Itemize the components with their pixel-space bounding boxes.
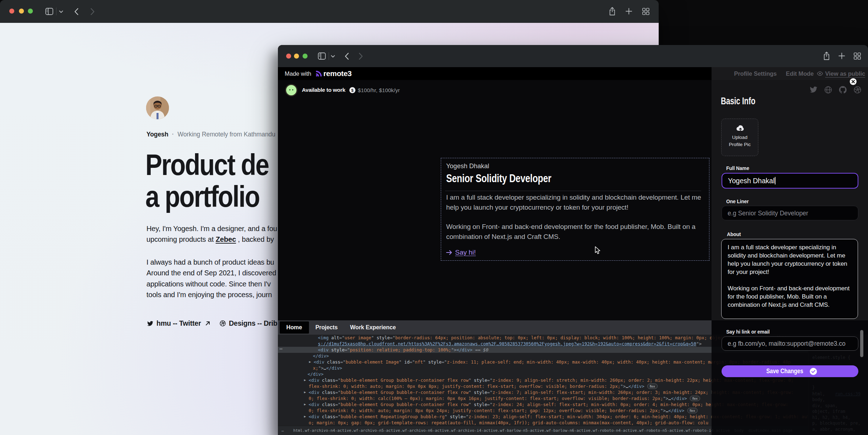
flex-badge[interactable]: flex: [647, 384, 658, 389]
portfolio-heading: Product de a portfolio: [145, 149, 269, 212]
dribbble-icon[interactable]: [854, 86, 861, 94]
full-name-input[interactable]: Yogesh Dhakal: [722, 173, 858, 189]
edit-mode-tab[interactable]: Edit Mode: [786, 67, 814, 80]
intro-paragraph: Hey, I'm Yogesh. I'm a designer, and a f…: [146, 223, 277, 245]
toolbar-divider: [329, 52, 329, 60]
one-liner-input[interactable]: e.g Senior Solidity Developer: [722, 206, 858, 220]
website-globe-icon[interactable]: [824, 86, 832, 94]
save-changes-label: Save Changes: [766, 368, 803, 375]
close-icon: [851, 80, 855, 84]
dribbble-link[interactable]: Designs -- Drib: [229, 319, 278, 328]
close-modal-button[interactable]: [850, 78, 857, 85]
profile-settings-header: Profile Settings Edit Mode View as publi…: [712, 67, 868, 80]
tab-home[interactable]: Home: [280, 321, 309, 334]
share-icon[interactable]: [609, 7, 616, 16]
say-hi-input[interactable]: e.g fb.com/yo, mailto:support@remote3.co: [722, 336, 858, 351]
twitter-link[interactable]: hmu -- Twitter: [156, 319, 201, 328]
save-changes-button[interactable]: Save Changes: [722, 365, 858, 377]
twitter-icon: [147, 321, 153, 326]
hero-line-1: Product de: [145, 148, 269, 181]
zoom-window-button[interactable]: [303, 54, 308, 59]
sidebar-chevron-down-icon[interactable]: [59, 10, 63, 13]
availability-status: Available to work: [302, 87, 345, 93]
share-icon[interactable]: [823, 51, 830, 60]
say-hi-label: Say hi link or email: [726, 329, 770, 335]
zoom-window-button[interactable]: [28, 9, 33, 14]
tab-projects[interactable]: Projects: [315, 320, 338, 335]
expand-arrow-icon[interactable]: ▶: [304, 401, 306, 408]
profile-name: Yogesh Dhakal: [446, 162, 489, 170]
say-hi-cta[interactable]: Say hi!: [446, 249, 476, 256]
author-location: Working Remotely from Kathmandu: [178, 131, 275, 138]
about-label: About: [727, 231, 741, 238]
story-paragraph: I always had a bunch of product ideas bu…: [146, 257, 276, 300]
dribbble-icon: [220, 320, 226, 326]
flex-badge[interactable]: flex: [687, 408, 698, 413]
one-liner-placeholder: e.g Senior Solidity Developer: [728, 209, 808, 217]
availability-rates: $100/hr, $100k/yr: [358, 87, 400, 93]
close-window-button[interactable]: [9, 9, 14, 14]
remote3-logo-icon: [315, 71, 322, 76]
expand-arrow-icon[interactable]: ▶: [304, 414, 306, 420]
back-button-icon[interactable]: [74, 8, 79, 15]
made-with-banner[interactable]: Made with remote3: [278, 67, 712, 80]
remote3-profile-page: Available to work $ $100/hr, $100k/yr Yo…: [278, 80, 712, 320]
profile-settings-tab[interactable]: Profile Settings: [734, 67, 777, 80]
browser-toolbar: [0, 0, 659, 23]
flex-badge[interactable]: flex: [690, 396, 700, 401]
byline-separator: ·: [172, 131, 174, 138]
expand-arrow-icon[interactable]: ▶: [309, 359, 311, 365]
hero-line-2: a portfolio: [145, 180, 259, 213]
expand-arrow-icon[interactable]: ▶: [304, 377, 306, 383]
sidebar-toggle-icon[interactable]: [45, 8, 53, 15]
one-liner-label: One Liner: [726, 198, 749, 205]
devtools-row-menu[interactable]: ⋯: [279, 346, 283, 352]
zebec-link[interactable]: Zebec: [216, 235, 236, 243]
expand-arrow-icon[interactable]: ▶: [304, 389, 306, 395]
tab-overview-icon[interactable]: [642, 8, 649, 15]
back-button-icon[interactable]: [344, 52, 349, 60]
author-name: Yogesh: [146, 131, 168, 138]
availability-row: Available to work $ $100/hr, $100k/yr: [278, 83, 400, 97]
tab-work-experience[interactable]: Work Experience: [350, 320, 396, 335]
minimize-window-button[interactable]: [294, 54, 299, 59]
availability-avatar: [286, 85, 296, 95]
about-textarea[interactable]: I am a full stack developer specializing…: [721, 239, 858, 319]
close-window-button[interactable]: [286, 54, 291, 59]
say-hi-placeholder: e.g fb.com/yo, mailto:support@remote3.co: [728, 340, 845, 348]
github-icon[interactable]: [839, 86, 847, 94]
new-tab-icon[interactable]: [625, 8, 632, 15]
view-as-public-link[interactable]: View as public: [825, 67, 865, 80]
breadcrumb-overflow[interactable]: …: [281, 428, 284, 432]
external-arrow-icon: [205, 321, 210, 326]
avatar: [146, 96, 169, 119]
full-name-value: Yogesh Dhakal: [728, 177, 775, 185]
browser-toolbar: [278, 45, 868, 67]
full-name-label: Full Name: [726, 165, 749, 171]
forward-button-icon[interactable]: [359, 52, 363, 60]
svg-text:$: $: [351, 88, 354, 92]
basic-info-panel: Basic Info Upload Profile Pic Full Name …: [712, 80, 868, 320]
eye-icon: [817, 71, 823, 76]
profile-tabbar: Home Projects Work Experience: [278, 320, 712, 335]
twitter-icon[interactable]: [810, 86, 817, 93]
panel-title: Basic Info: [721, 96, 755, 107]
remote3-brand-label: remote3: [323, 69, 351, 78]
tab-overview-icon[interactable]: [854, 52, 861, 60]
sidebar-chevron-down-icon[interactable]: [331, 55, 335, 58]
minimize-window-button[interactable]: [19, 9, 24, 14]
made-with-label: Made with: [285, 70, 311, 77]
sidebar-toggle-icon[interactable]: [318, 52, 326, 60]
toolbar-divider: [56, 8, 56, 15]
profile-about-2: Working on Front- and back-end developme…: [446, 222, 695, 242]
para1-line1: Hey, I'm Yogesh. I'm a designer, and a f…: [146, 225, 277, 232]
para1-line2-post: , backed by: [236, 235, 274, 243]
panel-scrollbar-thumb[interactable]: [860, 330, 863, 357]
say-hi-label[interactable]: Say hi!: [455, 249, 476, 256]
about-value: I am a full stack developer specializing…: [728, 243, 849, 309]
forward-button-icon[interactable]: [90, 8, 95, 15]
upload-profile-pic-dropzone[interactable]: Upload Profile Pic: [721, 119, 758, 156]
para1-line2-pre: upcoming products at: [146, 235, 216, 243]
new-tab-icon[interactable]: [838, 52, 845, 59]
check-circle-icon: [810, 368, 817, 375]
